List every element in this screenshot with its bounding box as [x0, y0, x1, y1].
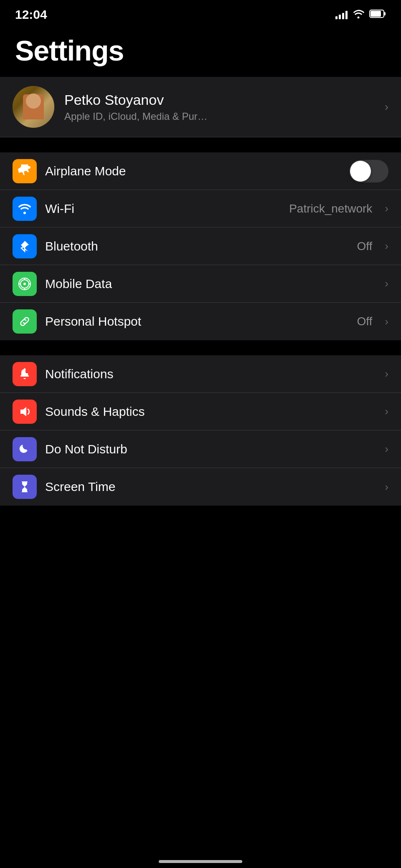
profile-chevron-icon: ›	[385, 100, 388, 114]
avatar	[13, 86, 54, 128]
status-time: 12:04	[15, 8, 47, 22]
do-not-disturb-item[interactable]: Do Not Disturb ›	[0, 430, 401, 468]
airplane-mode-item[interactable]: Airplane Mode	[0, 152, 401, 190]
wifi-value: Patrick_network	[289, 202, 372, 215]
status-bar: 12:04	[0, 0, 401, 26]
wifi-item[interactable]: Wi-Fi Patrick_network ›	[0, 190, 401, 228]
profile-item[interactable]: Petko Stoyanov Apple ID, iCloud, Media &…	[0, 77, 401, 137]
home-indicator	[159, 860, 242, 863]
notifications-item[interactable]: Notifications ›	[0, 355, 401, 393]
page-title: Settings	[15, 34, 386, 67]
personal-hotspot-label: Personal Hotspot	[45, 314, 348, 329]
screen-time-icon	[13, 475, 37, 499]
wifi-status-icon	[353, 9, 364, 20]
bluetooth-value: Off	[357, 240, 372, 253]
page-title-section: Settings	[0, 26, 401, 77]
svg-rect-12	[22, 481, 28, 482]
notifications-chevron-icon: ›	[385, 367, 388, 380]
notifications-label: Notifications	[45, 367, 376, 381]
wifi-chevron-icon: ›	[385, 202, 388, 215]
do-not-disturb-icon	[13, 437, 37, 461]
sounds-haptics-item[interactable]: Sounds & Haptics ›	[0, 393, 401, 430]
svg-rect-10	[25, 369, 30, 373]
airplane-mode-icon	[13, 159, 37, 183]
bluetooth-item[interactable]: Bluetooth Off ›	[0, 228, 401, 265]
signal-strength-icon	[335, 10, 348, 19]
sounds-haptics-chevron-icon: ›	[385, 405, 388, 418]
bottom-padding	[0, 506, 401, 556]
system-section: Notifications › Sounds & Haptics › Do No…	[0, 355, 401, 506]
svg-rect-2	[371, 11, 381, 17]
screen-time-item[interactable]: Screen Time ›	[0, 468, 401, 506]
wifi-icon	[13, 197, 37, 221]
bluetooth-chevron-icon: ›	[385, 240, 388, 253]
wifi-label: Wi-Fi	[45, 202, 281, 216]
screen-time-chevron-icon: ›	[385, 481, 388, 493]
notifications-icon	[13, 362, 37, 386]
airplane-mode-toggle[interactable]	[349, 160, 388, 182]
do-not-disturb-label: Do Not Disturb	[45, 442, 376, 456]
svg-point-3	[23, 212, 26, 214]
profile-info: Petko Stoyanov Apple ID, iCloud, Media &…	[64, 92, 375, 122]
mobile-data-item[interactable]: Mobile Data ›	[0, 265, 401, 303]
svg-rect-1	[384, 12, 386, 15]
bluetooth-label: Bluetooth	[45, 239, 348, 253]
mobile-data-label: Mobile Data	[45, 277, 376, 291]
svg-rect-13	[22, 491, 28, 492]
personal-hotspot-item[interactable]: Personal Hotspot Off ›	[0, 303, 401, 340]
profile-name: Petko Stoyanov	[64, 92, 375, 108]
battery-icon	[369, 9, 386, 20]
sounds-haptics-label: Sounds & Haptics	[45, 405, 376, 419]
section-gap-2	[0, 340, 401, 355]
sounds-haptics-icon	[13, 400, 37, 424]
svg-marker-11	[20, 407, 26, 416]
do-not-disturb-chevron-icon: ›	[385, 443, 388, 456]
mobile-data-icon	[13, 272, 37, 296]
airplane-mode-label: Airplane Mode	[45, 164, 341, 178]
screen-time-label: Screen Time	[45, 480, 376, 494]
personal-hotspot-value: Off	[357, 315, 372, 328]
bluetooth-icon	[13, 234, 37, 258]
section-gap-1	[0, 137, 401, 152]
profile-subtitle: Apple ID, iCloud, Media & Pur…	[64, 111, 375, 122]
mobile-data-chevron-icon: ›	[385, 277, 388, 290]
personal-hotspot-icon	[13, 309, 37, 334]
personal-hotspot-chevron-icon: ›	[385, 315, 388, 328]
svg-point-5	[23, 283, 26, 285]
connectivity-section: Airplane Mode Wi-Fi Patrick_network ›	[0, 152, 401, 340]
status-icons	[335, 9, 386, 20]
